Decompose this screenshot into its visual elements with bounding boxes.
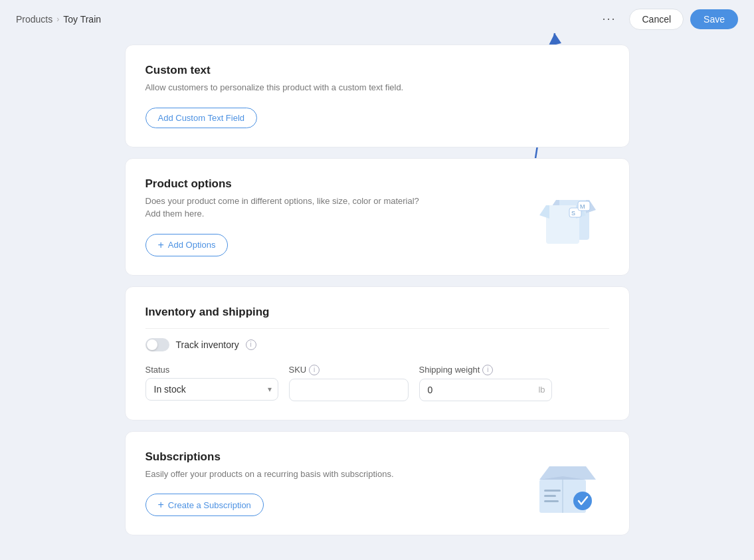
shipping-weight-label: Shipping weight i <box>419 365 552 375</box>
box-illustration <box>529 453 603 513</box>
top-nav: Products › Toy Train ··· Cancel Save <box>0 0 754 38</box>
custom-text-subtitle: Allow customers to personalize this prod… <box>145 81 609 94</box>
subscriptions-title: Subscriptions <box>145 450 529 464</box>
inventory-shipping-card: Inventory and shipping Track inventory i… <box>125 286 630 420</box>
track-inventory-label: Track inventory <box>176 339 239 350</box>
svg-text:S: S <box>571 210 575 217</box>
shirts-illustration: S M <box>536 187 603 246</box>
add-options-plus-icon: + <box>158 239 164 251</box>
sku-info-icon[interactable]: i <box>309 365 320 375</box>
create-subscription-label: Create a Subscription <box>168 500 251 510</box>
subscriptions-left: Subscriptions Easily offer your products… <box>145 450 529 517</box>
nav-actions: ··· Cancel Save <box>595 8 738 30</box>
more-button[interactable]: ··· <box>595 8 622 30</box>
add-options-button[interactable]: + Add Options <box>145 234 229 256</box>
main-content: Custom text Allow customers to personali… <box>125 38 630 560</box>
inventory-fields-row: Status In stock Out of stock Pre-order S… <box>145 365 609 401</box>
track-inventory-row: Track inventory i <box>145 338 609 351</box>
breadcrumb: Products › Toy Train <box>16 14 101 25</box>
status-field-group: Status In stock Out of stock Pre-order <box>145 365 278 401</box>
add-options-label: Add Options <box>168 240 216 250</box>
product-options-title: Product options <box>145 177 536 191</box>
inventory-divider <box>145 328 609 329</box>
status-label: Status <box>145 365 278 375</box>
product-options-left: Product options Does your product come i… <box>145 177 536 256</box>
custom-text-button-label: Add Custom Text Field <box>158 113 245 123</box>
custom-text-title: Custom text <box>145 64 609 77</box>
svg-point-10 <box>573 492 592 510</box>
sku-label: SKU i <box>289 365 409 375</box>
breadcrumb-current: Toy Train <box>63 14 101 25</box>
product-options-card: Product options Does your product come i… <box>125 158 630 276</box>
track-inventory-toggle[interactable] <box>145 338 169 351</box>
sku-input[interactable] <box>289 379 409 401</box>
shipping-weight-field-group: Shipping weight i lb <box>419 365 552 401</box>
subscriptions-subtitle: Easily offer your products on a recurrin… <box>145 468 529 481</box>
svg-rect-13 <box>544 500 559 502</box>
shipping-weight-input-wrapper: lb <box>419 379 552 401</box>
sku-field-group: SKU i <box>289 365 409 401</box>
cancel-button[interactable]: Cancel <box>629 9 684 30</box>
shipping-weight-input[interactable] <box>419 379 552 401</box>
svg-rect-11 <box>544 490 561 492</box>
svg-text:M: M <box>580 203 585 210</box>
save-button[interactable]: Save <box>690 9 738 29</box>
breadcrumb-chevron: › <box>56 15 59 24</box>
subscriptions-card: Subscriptions Easily offer your products… <box>125 431 630 536</box>
svg-rect-12 <box>544 495 556 497</box>
shipping-weight-info-icon[interactable]: i <box>482 365 493 375</box>
inventory-title: Inventory and shipping <box>145 306 609 319</box>
create-subscription-plus-icon: + <box>158 499 164 511</box>
status-select[interactable]: In stock Out of stock Pre-order <box>145 378 278 401</box>
product-options-subtitle: Does your product come in different opti… <box>145 195 536 221</box>
status-select-wrapper: In stock Out of stock Pre-order <box>145 378 278 401</box>
track-inventory-info-icon[interactable]: i <box>246 339 256 350</box>
create-subscription-button[interactable]: + Create a Subscription <box>145 494 264 516</box>
custom-text-card: Custom text Allow customers to personali… <box>125 45 630 147</box>
add-custom-text-button[interactable]: Add Custom Text Field <box>145 108 258 128</box>
breadcrumb-root[interactable]: Products <box>16 14 52 25</box>
